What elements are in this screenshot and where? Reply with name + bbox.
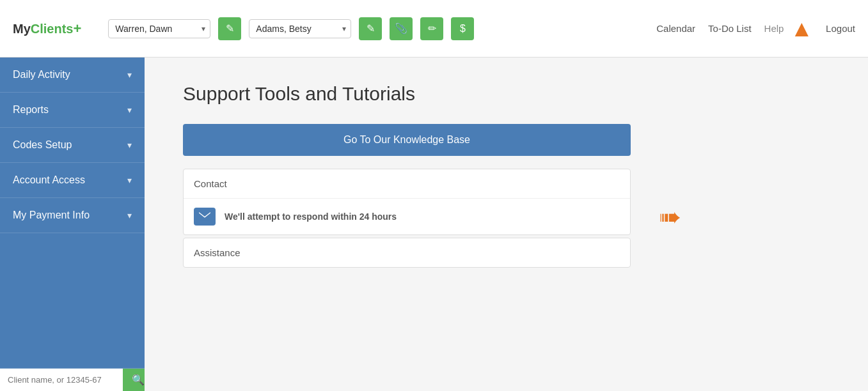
knowledge-base-button[interactable]: Go To Our Knowledge Base (183, 124, 631, 156)
edit-icon: ✎ (226, 22, 234, 34)
main-content: Support Tools and Tutorials Go To Our Kn… (145, 57, 868, 391)
contact-body: We'll attempt to respond within 24 hours… (184, 199, 630, 234)
top-nav: Calendar To-Do List Help ▲ Logout (656, 17, 855, 40)
logo: MyClients+ (13, 20, 81, 37)
sidebar-item-daily-activity[interactable]: Daily Activity ▾ (0, 57, 145, 93)
logo-plus: + (73, 20, 81, 36)
therapist-select[interactable]: Warren, Dawn (108, 19, 210, 38)
attach-icon: 📎 (395, 22, 407, 34)
chevron-down-icon: ▾ (127, 70, 132, 80)
page-layout: Daily Activity ▾ Reports ▾ Codes Setup ▾… (0, 57, 868, 391)
sidebar-item-label: My Payment Info (13, 210, 90, 221)
sidebar-search: 🔍 (0, 368, 145, 391)
therapist-select-wrapper[interactable]: Warren, Dawn (108, 19, 210, 38)
attach-button[interactable]: 📎 (390, 17, 413, 40)
logo-text: MyClients+ (13, 20, 81, 37)
client-edit-icon: ✎ (367, 22, 375, 34)
chevron-down-icon: ▾ (127, 210, 132, 220)
contact-header: Contact (184, 169, 630, 199)
sidebar: Daily Activity ▾ Reports ▾ Codes Setup ▾… (0, 57, 145, 391)
logo-my: My (13, 22, 31, 36)
client-select[interactable]: Adams, Betsy (249, 19, 351, 38)
logout-link[interactable]: Logout (826, 23, 855, 34)
sidebar-item-my-payment-info[interactable]: My Payment Info ▾ (0, 198, 145, 233)
sidebar-item-label: Account Access (13, 174, 85, 186)
header: MyClients+ Warren, Dawn ✎ Adams, Betsy ✎… (0, 0, 868, 57)
sidebar-item-label: Codes Setup (13, 139, 72, 151)
dollar-icon: $ (460, 23, 466, 34)
todo-link[interactable]: To-Do List (708, 23, 752, 34)
email-icon (199, 212, 210, 221)
dollar-button[interactable]: $ (451, 17, 474, 40)
contact-section: Contact We'll attempt to respond within … (183, 169, 631, 235)
help-link[interactable]: Help (764, 23, 784, 34)
assistance-section: Assistance (183, 238, 631, 268)
sidebar-item-label: Reports (13, 104, 49, 116)
arrow-right-icon: ➠ (659, 201, 681, 233)
client-select-wrapper[interactable]: Adams, Betsy (249, 19, 351, 38)
respond-text: We'll attempt to respond within 24 hours (225, 211, 397, 222)
client-edit-button[interactable]: ✎ (359, 17, 382, 40)
logo-clients: Clients (31, 22, 74, 36)
sidebar-item-label: Daily Activity (13, 69, 70, 80)
sidebar-item-account-access[interactable]: Account Access ▾ (0, 163, 145, 198)
sidebar-item-codes-setup[interactable]: Codes Setup ▾ (0, 128, 145, 163)
page-title: Support Tools and Tutorials (183, 83, 830, 105)
chevron-down-icon: ▾ (127, 140, 132, 150)
search-input[interactable] (0, 369, 123, 391)
search-icon: 🔍 (132, 374, 145, 385)
assistance-header: Assistance (184, 238, 630, 267)
therapist-edit-button[interactable]: ✎ (218, 17, 241, 40)
chevron-down-icon: ▾ (127, 175, 132, 185)
pencil-icon: ✏ (428, 22, 436, 34)
arrow-up-icon: ▲ (790, 17, 813, 40)
pencil-button[interactable]: ✏ (420, 17, 443, 40)
sidebar-item-reports[interactable]: Reports ▾ (0, 93, 145, 128)
chevron-down-icon: ▾ (127, 105, 132, 115)
calendar-link[interactable]: Calendar (656, 23, 695, 34)
email-icon-box (194, 208, 216, 226)
